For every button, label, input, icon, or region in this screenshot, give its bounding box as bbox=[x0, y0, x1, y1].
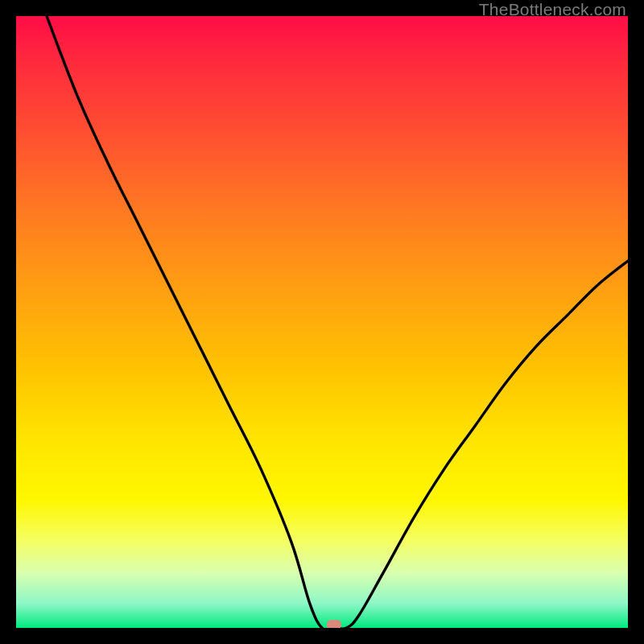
plot-area bbox=[16, 16, 628, 628]
bottleneck-curve bbox=[16, 16, 628, 628]
chart-frame: TheBottleneck.com bbox=[0, 0, 644, 644]
minimum-marker-icon bbox=[327, 620, 341, 628]
watermark-text: TheBottleneck.com bbox=[479, 0, 626, 19]
